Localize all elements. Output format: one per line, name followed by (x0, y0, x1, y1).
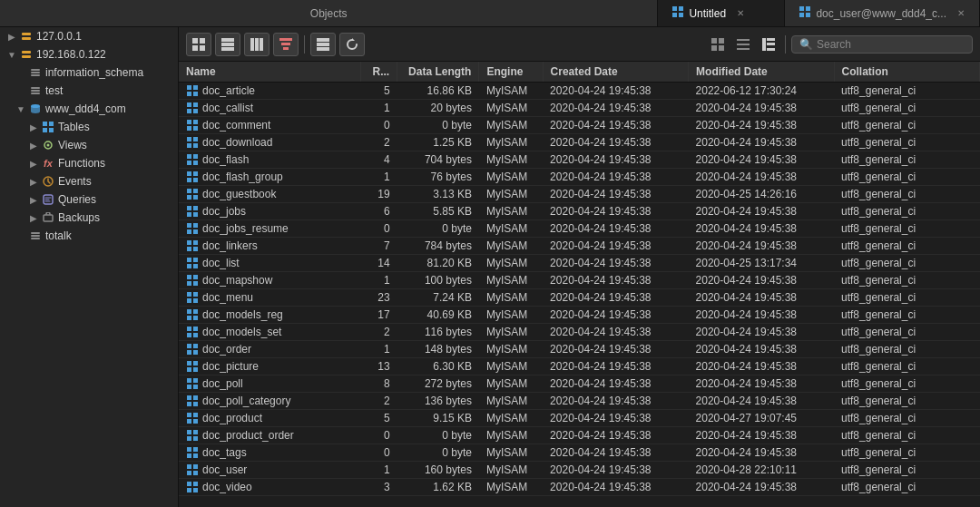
toolbar-table-btn[interactable] (215, 33, 240, 56)
svg-rect-15 (31, 87, 40, 89)
toolbar-filter-btn[interactable] (273, 33, 299, 56)
cell-created: 2020-04-24 19:45:38 (543, 169, 688, 186)
cell-name: doc_product_order (179, 427, 361, 444)
table-row[interactable]: doc_flash_group 1 76 bytes MyISAM 2020-0… (179, 169, 980, 186)
backups-label: Backups (58, 211, 100, 224)
table-row[interactable]: doc_models_set 2 116 bytes MyISAM 2020-0… (179, 324, 980, 341)
queries-label: Queries (58, 193, 96, 206)
sidebar-item-views[interactable]: ▶ Views (0, 136, 178, 154)
table-row[interactable]: doc_callist 1 20 bytes MyISAM 2020-04-24… (179, 100, 980, 117)
col-header-collation[interactable]: Collation (834, 62, 979, 83)
functions-icon: fx (42, 157, 54, 170)
table-row[interactable]: doc_article 5 16.86 KB MyISAM 2020-04-24… (179, 83, 980, 100)
grid-icon-2 (799, 6, 810, 20)
tab-untitled[interactable]: Untitled ✕ (658, 0, 785, 26)
cell-r: 23 (361, 289, 397, 307)
svg-rect-55 (767, 38, 775, 41)
table-row[interactable]: doc_models_reg 17 40.69 KB MyISAM 2020-0… (179, 307, 980, 324)
cell-name: doc_picture (179, 358, 361, 375)
svg-rect-115 (193, 327, 198, 331)
svg-rect-73 (193, 143, 198, 148)
col-header-modified[interactable]: Modified Date (689, 62, 834, 83)
cell-name: doc_menu (179, 289, 361, 307)
col-header-name[interactable]: Name (179, 62, 361, 83)
sidebar-item-test[interactable]: ▶ test (0, 82, 178, 100)
svg-point-24 (47, 144, 50, 147)
table-row[interactable]: doc_video 3 1.62 KB MyISAM 2020-04-24 19… (179, 479, 980, 496)
cell-created: 2020-04-24 19:45:38 (543, 393, 688, 410)
table-row[interactable]: doc_guestbook 19 3.13 KB MyISAM 2020-04-… (179, 186, 980, 203)
col-header-r[interactable]: R... (361, 62, 397, 83)
toolbar-add-btn[interactable] (310, 33, 336, 56)
table-row[interactable]: doc_order 1 148 bytes MyISAM 2020-04-24 … (179, 341, 980, 358)
tab-objects[interactable]: Objects (0, 0, 658, 26)
search-input[interactable] (817, 38, 962, 51)
table-row[interactable]: doc_product 5 9.15 KB MyISAM 2020-04-24 … (179, 410, 980, 427)
tables-icon (42, 121, 54, 133)
sidebar-item-events[interactable]: ▶ Events (0, 172, 178, 190)
view-btn-list[interactable] (732, 34, 754, 55)
table-row[interactable]: doc_poll 8 272 bytes MyISAM 2020-04-24 1… (179, 375, 980, 393)
cell-engine: MyISAM (479, 341, 543, 358)
svg-rect-71 (193, 137, 198, 141)
col-header-engine[interactable]: Engine (479, 62, 543, 83)
table-row[interactable]: doc_jobs_resume 0 0 byte MyISAM 2020-04-… (179, 220, 980, 238)
cell-r: 13 (361, 358, 397, 375)
sidebar-item-info-schema[interactable]: ▶ information_schema (0, 63, 178, 82)
sidebar-item-backups[interactable]: ▶ Backups (0, 209, 178, 227)
table-row[interactable]: doc_tags 0 0 byte MyISAM 2020-04-24 19:4… (179, 444, 980, 462)
tab-doc-user[interactable]: doc_user@www_ddd4_c... ✕ (785, 0, 980, 26)
table-row[interactable]: doc_list 14 81.20 KB MyISAM 2020-04-24 1… (179, 255, 980, 272)
svg-rect-123 (193, 361, 198, 366)
svg-rect-143 (193, 447, 198, 452)
toolbar-grid-btn[interactable] (186, 33, 211, 56)
cell-r: 7 (361, 238, 397, 255)
table-row[interactable]: doc_mapshow 1 100 bytes MyISAM 2020-04-2… (179, 272, 980, 289)
svg-rect-16 (31, 90, 40, 92)
table-row[interactable]: doc_product_order 0 0 byte MyISAM 2020-0… (179, 427, 980, 444)
view-btn-grid[interactable] (707, 34, 729, 55)
cell-dl: 5.85 KB (397, 203, 479, 220)
cell-r: 1 (361, 169, 397, 186)
svg-rect-61 (193, 92, 198, 96)
sidebar-item-tables[interactable]: ▶ Tables (0, 118, 178, 136)
svg-rect-95 (193, 240, 198, 245)
search-box[interactable]: 🔍 (791, 35, 973, 54)
sidebar-item-queries[interactable]: ▶ Queries (0, 190, 178, 209)
toolbar-col-btn[interactable] (244, 33, 270, 56)
close-icon[interactable]: ✕ (737, 8, 744, 18)
table-row[interactable]: doc_user 1 160 bytes MyISAM 2020-04-24 1… (179, 462, 980, 479)
backups-icon (42, 211, 54, 224)
row-table-icon (186, 463, 199, 476)
table-row[interactable]: doc_linkers 7 784 bytes MyISAM 2020-04-2… (179, 238, 980, 255)
svg-rect-129 (193, 385, 198, 389)
table-row[interactable]: doc_jobs 6 5.85 KB MyISAM 2020-04-24 19:… (179, 203, 980, 220)
view-btn-detail[interactable] (758, 34, 779, 55)
toolbar-sep (304, 35, 305, 54)
cell-engine: MyISAM (479, 255, 543, 272)
sidebar-item-server1[interactable]: ▶ 127.0.0.1 (0, 27, 178, 45)
cell-collation: utf8_general_ci (834, 375, 979, 393)
toolbar-refresh-btn[interactable] (339, 33, 365, 56)
sidebar-item-server2[interactable]: ▼ 192.168.0.122 (0, 45, 178, 63)
table-row[interactable]: doc_picture 13 6.30 KB MyISAM 2020-04-24… (179, 358, 980, 375)
close-icon-2[interactable]: ✕ (957, 8, 965, 18)
svg-rect-74 (187, 154, 191, 159)
sidebar-item-totalk[interactable]: ▶ totalk (0, 227, 178, 245)
cell-created: 2020-04-24 19:45:38 (543, 427, 688, 444)
table-row[interactable]: doc_poll_category 2 136 bytes MyISAM 202… (179, 393, 980, 410)
svg-rect-142 (187, 447, 191, 452)
sidebar-item-www-ddd4[interactable]: ▼ www_ddd4_com (0, 100, 178, 118)
col-header-dl[interactable]: Data Length (397, 62, 479, 83)
table-row[interactable]: doc_download 2 1.25 KB MyISAM 2020-04-24… (179, 134, 980, 151)
table-row[interactable]: doc_menu 23 7.24 KB MyISAM 2020-04-24 19… (179, 289, 980, 307)
sidebar-item-functions[interactable]: ▶ fx Functions (0, 154, 178, 172)
col-header-created[interactable]: Created Date (543, 62, 688, 83)
cell-engine: MyISAM (479, 444, 543, 462)
cell-created: 2020-04-24 19:45:38 (543, 479, 688, 496)
svg-rect-9 (22, 37, 31, 40)
cell-collation: utf8_general_ci (834, 393, 979, 410)
svg-rect-126 (187, 378, 191, 383)
table-row[interactable]: doc_comment 0 0 byte MyISAM 2020-04-24 1… (179, 117, 980, 134)
table-row[interactable]: doc_flash 4 704 bytes MyISAM 2020-04-24 … (179, 151, 980, 169)
